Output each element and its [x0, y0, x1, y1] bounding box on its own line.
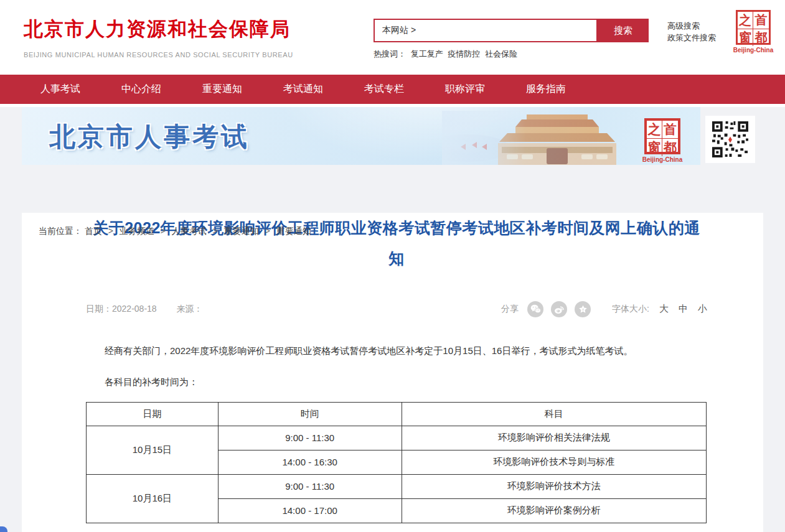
share-label: 分享 — [501, 304, 519, 315]
breadcrumb-separator: > — [161, 226, 166, 236]
breadcrumb-home[interactable]: 首页 — [85, 226, 102, 236]
date-cell: 10月16日 — [87, 474, 219, 523]
svg-text:z: z — [582, 307, 584, 311]
share-qzone-button[interactable]: z — [575, 301, 591, 317]
breadcrumb-current[interactable]: 重要通知 — [276, 226, 311, 236]
table-row: 10月15日 9:00 - 11:30 环境影响评价相关法律法规 — [87, 426, 707, 450]
advanced-search-link[interactable]: 高级搜索 — [667, 20, 736, 32]
date-label: 日期： — [86, 304, 112, 314]
tiananmen-illustration-icon — [442, 111, 629, 165]
share-wechat-button[interactable] — [527, 301, 543, 317]
seal-caption: Beijing-China — [731, 47, 775, 54]
time-cell: 9:00 - 11:30 — [218, 474, 402, 498]
main-navigation: 人事考试 中心介绍 重要通知 考试通知 考试专栏 职称评审 服务指南 — [0, 75, 785, 104]
qzone-star-icon: z — [578, 304, 588, 314]
date-cell: 10月15日 — [87, 426, 219, 474]
subject-cell: 环境影响评价相关法律法规 — [402, 426, 707, 450]
wechat-icon — [530, 304, 541, 314]
breadcrumb-personnel-exam[interactable]: 人事考试 — [172, 226, 207, 236]
fontsize-small-button[interactable]: 小 — [698, 303, 707, 315]
nav-item-important-notice[interactable]: 重要通知 — [202, 83, 242, 96]
hot-word-link[interactable]: 疫情防控 — [448, 49, 480, 58]
breadcrumb-label: 当前位置： — [39, 226, 82, 236]
nav-item-personnel-exam[interactable]: 人事考试 — [40, 83, 80, 96]
article-date: 2022-08-18 — [112, 304, 157, 314]
seal-icon: 之 首 窗 都 — [644, 118, 680, 154]
breadcrumb-business-channel[interactable]: 业务频道 — [120, 226, 154, 236]
exam-schedule-table: 日期 时间 科目 10月15日 9:00 - 11:30 环境影响评价相关法律法… — [86, 402, 707, 523]
subject-cell: 环境影响评价案例分析 — [402, 498, 707, 523]
policy-search-link[interactable]: 政策文件搜索 — [667, 32, 736, 44]
search-input[interactable]: 本网站 > — [374, 19, 598, 42]
banner-title: 北京市人事考试 — [49, 119, 250, 154]
fontsize-label: 字体大小: — [612, 304, 649, 315]
search-area: 本网站 > 搜索 高级搜索 政策文件搜索 热搜词： 复工复产 疫情防控 社会保险 — [374, 19, 649, 60]
nav-item-center-intro[interactable]: 中心介绍 — [121, 83, 161, 96]
breadcrumb-separator: > — [265, 226, 270, 236]
banner-capital-window-seal: 之 首 窗 都 Beijing-China — [638, 118, 687, 163]
capital-window-seal-logo[interactable]: 之 首 窗 都 Beijing-China — [731, 10, 775, 54]
site-logo[interactable]: 北京市人力资源和社会保障局 BEIJING MUNICIPAL HUMAN RE… — [24, 16, 293, 58]
article-content-card: 当前位置： 首页 > 业务频道 > 人事考试 > 重要通知 > 重要通知 关于2… — [22, 213, 763, 532]
table-header-row: 日期 时间 科目 — [87, 402, 707, 426]
site-name-english: BEIJING MUNICIPAL HUMAN RESOURCES AND SO… — [24, 51, 293, 58]
weibo-icon — [554, 304, 565, 314]
breadcrumb-separator: > — [213, 226, 218, 236]
corner-blue-artifact — [0, 526, 7, 532]
nav-item-exam-notice[interactable]: 考试通知 — [283, 83, 323, 96]
article-paragraph: 各科目的补考时间为： — [86, 375, 707, 390]
breadcrumb-separator: > — [108, 226, 113, 236]
time-cell: 14:00 - 16:30 — [218, 450, 402, 474]
fontsize-large-button[interactable]: 大 — [659, 303, 669, 315]
time-cell: 14:00 - 17:00 — [218, 498, 402, 523]
breadcrumb-important-notice[interactable]: 重要通知 — [224, 226, 259, 236]
article-title: 关于2022年度环境影响评价工程师职业资格考试暂停考试地区补考时间及网上确认的通… — [86, 213, 707, 274]
site-name: 北京市人力资源和社会保障局 — [24, 16, 293, 42]
nav-item-service-guide[interactable]: 服务指南 — [526, 83, 566, 96]
hot-word-link[interactable]: 复工复产 — [411, 49, 443, 58]
qr-code-card — [705, 116, 755, 163]
hot-word-link[interactable]: 社会保险 — [485, 49, 517, 58]
table-row: 10月16日 9:00 - 11:30 环境影响评价技术方法 — [87, 474, 707, 498]
hot-words-label: 热搜词： — [374, 49, 406, 58]
subject-cell: 环境影响评价技术方法 — [402, 474, 707, 498]
article-paragraph: 经商有关部门，2022年度环境影响评价工程师职业资格考试暂停考试地区补考定于10… — [86, 343, 707, 358]
personnel-exam-banner: 北京市人事考试 之 首 窗 都 Beijing-China — [22, 107, 700, 165]
seal-caption: Beijing-China — [638, 156, 687, 163]
article-date-source: 日期：2022-08-18 来源： — [86, 304, 501, 315]
nav-item-exam-column[interactable]: 考试专栏 — [364, 83, 404, 96]
fontsize-medium-button[interactable]: 中 — [679, 303, 688, 315]
nav-item-title-review[interactable]: 职称评审 — [445, 83, 485, 96]
site-header: 北京市人力资源和社会保障局 BEIJING MUNICIPAL HUMAN RE… — [0, 0, 785, 75]
search-button[interactable]: 搜索 — [598, 19, 649, 42]
seal-icon: 之 首 窗 都 — [736, 10, 771, 45]
column-header-time: 时间 — [218, 402, 402, 426]
banner-row: 北京市人事考试 之 首 窗 都 Beijing-China — [0, 107, 785, 167]
share-weibo-button[interactable] — [551, 301, 567, 317]
column-header-subject: 科目 — [402, 402, 707, 426]
subject-cell: 环境影响评价技术导则与标准 — [402, 450, 707, 474]
breadcrumb: 当前位置： 首页 > 业务频道 > 人事考试 > 重要通知 > 重要通知 — [39, 226, 311, 237]
source-label: 来源： — [177, 304, 203, 314]
time-cell: 9:00 - 11:30 — [218, 426, 402, 450]
qr-code-icon — [711, 120, 750, 159]
column-header-date: 日期 — [87, 402, 219, 426]
article-meta-row: 日期：2022-08-18 来源： 分享 — [86, 301, 707, 317]
